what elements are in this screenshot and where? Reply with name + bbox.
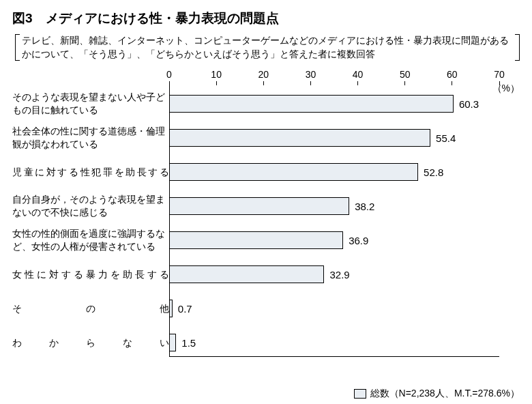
bar-row: 36.9 bbox=[169, 223, 499, 257]
category-label: その他 bbox=[12, 302, 169, 315]
category-label: 自分自身が，そのような表現を望まないので不快に感じる bbox=[12, 193, 169, 219]
category-label: 女性の性的側面を過度に強調するなど、女性の人権が侵害されている bbox=[12, 227, 169, 253]
bar-row: 38.2 bbox=[169, 189, 499, 223]
tick-label: 50 bbox=[397, 69, 413, 80]
legend-swatch bbox=[354, 389, 366, 399]
category-row: 社会全体の性に関する道徳感・倫理観が損なわれている bbox=[12, 121, 169, 155]
bar bbox=[169, 300, 173, 317]
category-row: 女性に対する暴力を助長する bbox=[12, 257, 169, 291]
chart-title: 図3 メディアにおける性・暴力表現の問題点 bbox=[12, 10, 520, 27]
value-label: 32.9 bbox=[329, 269, 349, 280]
legend: 総数（N=2,238人、M.T.=278.6%） bbox=[354, 388, 520, 400]
tick-mark bbox=[310, 81, 311, 85]
category-label: 社会全体の性に関する道徳感・倫理観が損なわれている bbox=[12, 125, 169, 151]
category-row: その他 bbox=[12, 291, 169, 326]
tick-mark bbox=[404, 81, 405, 85]
tick-label: 70 bbox=[491, 69, 507, 80]
category-label: そのような表現を望まない人や子どもの目に触れている bbox=[12, 91, 169, 117]
value-label: 60.3 bbox=[459, 98, 479, 110]
value-label: 38.2 bbox=[355, 201, 374, 212]
category-row: そのような表現を望まない人や子どもの目に触れている bbox=[12, 87, 169, 121]
category-row: 児童に対する性犯罪を助長する bbox=[12, 155, 169, 189]
tick-label: 40 bbox=[350, 69, 366, 80]
category-label: 女性に対する暴力を助長する bbox=[12, 268, 169, 281]
tick-label: 0 bbox=[161, 69, 177, 80]
legend-text: 総数（N=2,238人、M.T.=278.6%） bbox=[370, 388, 520, 400]
tick-label: 30 bbox=[302, 69, 319, 80]
value-label: 55.4 bbox=[436, 132, 456, 144]
value-label: 36.9 bbox=[349, 235, 368, 246]
category-label: わからない bbox=[12, 336, 169, 349]
bars: 60.355.452.838.236.932.90.71.5 bbox=[169, 87, 499, 360]
bar-row: 32.9 bbox=[169, 257, 499, 291]
tick-mark bbox=[357, 81, 358, 85]
tick-label: 60 bbox=[444, 69, 460, 80]
category-row: わからない bbox=[12, 326, 169, 360]
tick-mark bbox=[499, 81, 500, 85]
bar-row: 52.8 bbox=[169, 155, 499, 189]
tick-mark bbox=[216, 81, 217, 85]
bar bbox=[169, 95, 454, 113]
category-row: 自分自身が，そのような表現を望まないので不快に感じる bbox=[12, 189, 169, 223]
bar bbox=[169, 265, 324, 283]
value-label: 0.7 bbox=[178, 303, 192, 315]
category-labels-col: そのような表現を望まない人や子どもの目に触れている社会全体の性に関する道徳感・倫… bbox=[12, 68, 169, 360]
bar bbox=[169, 129, 430, 147]
value-label: 52.8 bbox=[424, 167, 443, 178]
category-label: 児童に対する性犯罪を助長する bbox=[12, 166, 169, 179]
category-row: 女性の性的側面を過度に強調するなど、女性の人権が侵害されている bbox=[12, 223, 169, 257]
tick-label: 20 bbox=[255, 69, 271, 80]
bar-row: 0.7 bbox=[169, 291, 499, 326]
bar bbox=[169, 197, 349, 215]
tick-mark bbox=[452, 81, 452, 85]
tick-label: 10 bbox=[208, 69, 224, 80]
chart: そのような表現を望まない人や子どもの目に触れている社会全体の性に関する道徳感・倫… bbox=[12, 68, 520, 360]
bar-row: 55.4 bbox=[169, 121, 499, 155]
bar-row: 1.5 bbox=[169, 326, 499, 360]
chart-subtitle: テレビ、新聞、雑誌、インターネット、コンピューターゲームなどのメディアにおける性… bbox=[12, 34, 520, 61]
bar-row: 60.3 bbox=[169, 87, 499, 121]
plot-area: （%） 010203040506070 60.355.452.838.236.9… bbox=[169, 68, 520, 360]
tick-mark bbox=[169, 81, 170, 85]
bar bbox=[169, 334, 176, 351]
value-label: 1.5 bbox=[181, 337, 196, 349]
bar bbox=[169, 163, 418, 181]
tick-mark bbox=[263, 81, 264, 85]
bar bbox=[169, 231, 343, 249]
